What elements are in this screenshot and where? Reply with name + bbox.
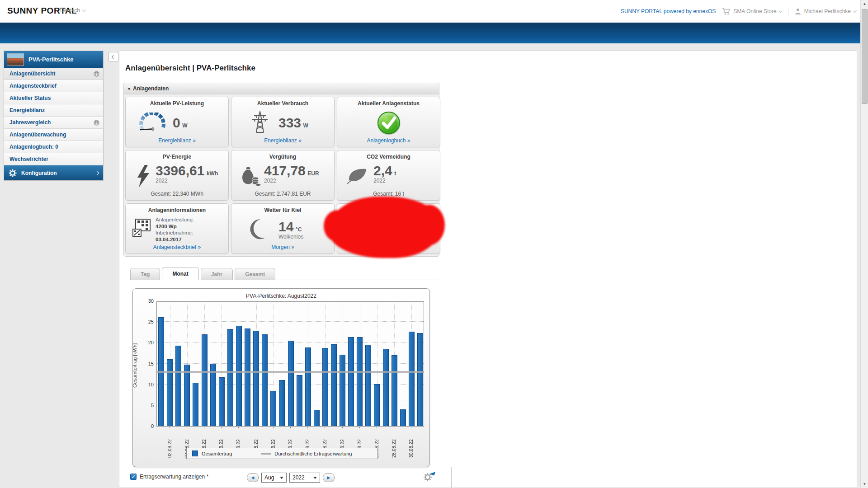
- chart-bar: [383, 349, 389, 426]
- remuneration-year: 2022: [264, 178, 319, 184]
- chart-bar: [357, 337, 363, 426]
- remuneration-value: 417,78: [264, 163, 306, 178]
- consumption-value: 333: [278, 115, 301, 130]
- chevron-down-icon: [82, 8, 86, 11]
- x-axis-tick: [359, 427, 360, 428]
- tile-weather: Wetter für Kiel 14 °C Wolkenlos Morgen »: [231, 203, 335, 254]
- period-tabs: Tag Monat Jahr Gesamt: [130, 267, 275, 280]
- pv-energy-value: 3396,61: [156, 163, 204, 178]
- sidebar-menu: AnlagenübersichtAnlagensteckbriefAktuell…: [4, 68, 103, 165]
- tile-plant-info: Anlageninformationen Anlagenleis: [125, 203, 229, 254]
- chart-bar: [392, 355, 397, 426]
- chart-plot: [156, 301, 424, 427]
- year-select[interactable]: 2022: [289, 473, 320, 483]
- pv-energy-unit: kWh: [207, 170, 218, 177]
- y-tick-label: 30: [140, 298, 154, 304]
- legend-ertragserwartung: Durchschnittliche Ertragserwartung: [274, 451, 352, 456]
- sidebar-item-label: Anlagenlogbuch: 0: [9, 144, 58, 150]
- tile-value-row: 0 W: [173, 116, 187, 130]
- user-menu[interactable]: Michael Perlitschke: [794, 8, 856, 15]
- legend-bar-swatch: [192, 450, 198, 456]
- chart-title: PVA-Perlitschke: August2022: [133, 293, 429, 299]
- tab-tag[interactable]: Tag: [130, 268, 160, 280]
- y-axis-label: Gesamtertrag [kWh]: [132, 316, 141, 415]
- energiebilanz-link[interactable]: Energiebilanz »: [231, 137, 334, 144]
- chart-bar: [167, 359, 173, 426]
- anlagensteckbrief-link[interactable]: Anlagensteckbrief »: [126, 244, 228, 250]
- chevron-down-icon: [853, 9, 857, 12]
- plant-thumbnail: [7, 53, 24, 66]
- language-dropdown[interactable]: Deutsch: [60, 7, 85, 14]
- select-caret-icon: [280, 477, 283, 479]
- average-expectation-line: [157, 371, 424, 373]
- remuneration-total: Gesamt: 2.747,81 EUR: [231, 191, 334, 197]
- sidebar-item-anlagenlogbuch-0[interactable]: Anlagenlogbuch: 0: [4, 141, 103, 153]
- morgen-link[interactable]: Morgen »: [231, 244, 334, 250]
- scrollbar-down-arrow[interactable]: ▼: [861, 480, 868, 488]
- tab-monat[interactable]: Monat: [162, 267, 198, 280]
- sidebar-item-anlagenübersicht[interactable]: Anlagenübersicht: [4, 68, 103, 80]
- solar-panel-icon: [132, 218, 152, 238]
- x-axis-tick: [256, 427, 256, 428]
- tile-value-block: 3396,61 kWh 2022: [156, 164, 218, 184]
- plant-name: PVA-Perlitschke: [28, 56, 73, 63]
- sidebar-item-aktueller-status[interactable]: Aktueller Status: [4, 92, 103, 104]
- tab-gesamt[interactable]: Gesamt: [235, 268, 275, 280]
- tile-pv-power: Aktuelle PV-Leistung 0 W Energiebilanz »: [125, 97, 229, 147]
- cart-icon: [722, 7, 731, 15]
- pv-power-unit: W: [182, 122, 187, 129]
- chart-bar: [210, 364, 216, 427]
- sidebar-item-wechselrichter[interactable]: Wechselrichter: [4, 153, 103, 165]
- globe-icon: [94, 71, 99, 77]
- store-dropdown[interactable]: SMA Online Store: [722, 7, 782, 15]
- sidebar-item-anlagensteckbrief[interactable]: Anlagensteckbrief: [4, 80, 103, 92]
- chart-bar: [227, 329, 233, 426]
- powered-by-link[interactable]: SUNNY PORTAL powered by ennexOS: [621, 8, 716, 14]
- chart-panel: PVA-Perlitschke: August2022 Gesamtertrag…: [132, 288, 430, 467]
- select-caret-icon: [313, 477, 317, 479]
- anlagenlogbuch-link[interactable]: Anlagenlogbuch »: [337, 137, 440, 144]
- chart-settings-button[interactable]: [423, 473, 433, 483]
- moon-icon: [250, 218, 271, 240]
- chart-bar: [331, 344, 337, 426]
- tile-title: CO2 Vermeidung: [337, 154, 440, 160]
- page-scrollbar[interactable]: ▲ ▼: [860, 0, 868, 488]
- collapse-panel-button[interactable]: [108, 52, 118, 62]
- x-axis-tick: [187, 427, 187, 428]
- x-axis-tick: [394, 427, 394, 428]
- anlagendaten-header[interactable]: ▾ Anlagendaten: [124, 83, 439, 94]
- nav-band: [0, 23, 868, 43]
- scrollbar-up-arrow[interactable]: ▲: [861, 0, 868, 8]
- user-name: Michael Perlitschke: [804, 8, 851, 14]
- legend-avg-swatch: [261, 453, 271, 455]
- chart-legend: Gesamtertrag Durchschnittliche Ertragser…: [186, 448, 378, 459]
- sidebar-item-konfiguration[interactable]: Konfiguration: [4, 165, 103, 180]
- sidebar-item-anlagenüberwachung[interactable]: Anlagenüberwachung: [4, 129, 103, 141]
- ertragserwartung-checkbox[interactable]: ✓: [130, 474, 137, 480]
- previous-month-button[interactable]: ◀: [247, 473, 259, 482]
- power-value: 4200 Wp: [156, 224, 177, 229]
- chart-bar: [288, 341, 294, 426]
- chart-bar: [374, 384, 380, 426]
- scrollbar-thumb[interactable]: [862, 9, 868, 104]
- sidebar-item-jahresvergleich[interactable]: Jahresvergleich: [4, 117, 103, 129]
- sidebar-item-energiebilanz[interactable]: Energiebilanz: [4, 104, 103, 117]
- tab-jahr[interactable]: Jahr: [201, 268, 233, 280]
- month-select[interactable]: Aug: [261, 473, 287, 483]
- x-axis-tick: [342, 427, 343, 428]
- tile-pv-energy: PV-Energie 3396,61 kWh 2022 Gesamt: 22,3…: [125, 150, 229, 201]
- commission-value: 03.04.2017: [156, 237, 182, 242]
- y-tick-label: 5: [140, 403, 154, 408]
- divider: [788, 8, 788, 15]
- chart-controls: ✓ Ertragserwartung anzeigen * ◀ Aug 2022…: [130, 472, 447, 486]
- energiebilanz-link[interactable]: Energiebilanz »: [126, 137, 228, 144]
- x-axis-tick: [273, 427, 274, 428]
- column-divider: [451, 467, 452, 488]
- x-axis-tick: [221, 427, 222, 428]
- gear-icon: [9, 169, 17, 177]
- co2-unit: t: [394, 170, 396, 177]
- chart-bar: [305, 347, 311, 426]
- chart-bar: [262, 334, 268, 426]
- next-month-button[interactable]: ▶: [323, 473, 335, 482]
- money-icon: [240, 165, 261, 187]
